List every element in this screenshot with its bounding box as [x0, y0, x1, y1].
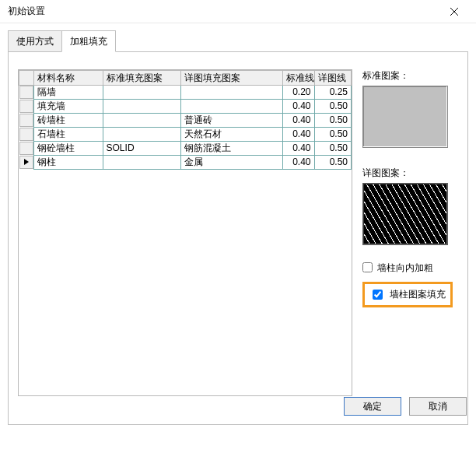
cell-name[interactable]: 钢柱 — [33, 156, 103, 170]
cell-std[interactable] — [103, 128, 180, 142]
cell-n1[interactable]: 0.20 — [283, 86, 314, 100]
cell-std[interactable] — [103, 156, 180, 170]
cell-std[interactable] — [103, 100, 180, 114]
std-pattern-swatch[interactable] — [362, 86, 448, 148]
cell-detail[interactable]: 钢筋混凝土 — [180, 142, 283, 156]
svg-marker-2 — [24, 159, 29, 165]
checkbox-inner-bold-row: 墙柱向内加粗 — [362, 262, 458, 272]
cancel-button[interactable]: 取消 — [409, 397, 467, 416]
cell-n2[interactable]: 0.50 — [314, 156, 351, 170]
cell-name[interactable]: 砖墙柱 — [33, 114, 103, 128]
row-indicator — [19, 86, 33, 99]
table-row[interactable]: 砖墙柱普通砖0.400.50 — [19, 114, 352, 128]
table-row[interactable]: 钢砼墙柱SOLID钢筋混凝土0.400.50 — [19, 142, 352, 156]
table-header-row: 材料名称 标准填充图案 详图填充图案 标准线 详图线 — [19, 71, 352, 86]
cell-n2[interactable]: 0.50 — [314, 128, 351, 142]
cell-name[interactable]: 隔墙 — [33, 86, 103, 100]
detail-pattern-label: 详图图案： — [362, 167, 458, 180]
table-area: 材料名称 标准填充图案 详图填充图案 标准线 详图线 隔墙0.200.25填充墙… — [9, 52, 355, 424]
highlighted-option: 墙柱图案填充 — [362, 282, 453, 307]
cell-n2[interactable]: 0.25 — [314, 86, 351, 100]
row-indicator — [19, 114, 33, 127]
cell-name[interactable]: 石墙柱 — [33, 128, 103, 142]
cell-std[interactable]: SOLID — [103, 142, 180, 156]
close-button[interactable] — [439, 1, 470, 23]
cell-std[interactable] — [103, 86, 180, 100]
row-header-blank — [19, 71, 34, 86]
cell-detail[interactable] — [180, 86, 283, 100]
cell-name[interactable]: 填充墙 — [33, 100, 103, 114]
cell-n1[interactable]: 0.40 — [283, 142, 314, 156]
cell-std[interactable] — [103, 114, 180, 128]
tab-usage[interactable]: 使用方式 — [8, 30, 61, 52]
tab-panel: 材料名称 标准填充图案 详图填充图案 标准线 详图线 隔墙0.200.25填充墙… — [8, 51, 468, 425]
checkbox-inner-bold[interactable] — [362, 262, 373, 272]
titlebar: 初始设置 — [0, 0, 476, 23]
checkbox-inner-bold-label: 墙柱向内加粗 — [377, 263, 433, 272]
window-title: 初始设置 — [8, 5, 439, 18]
checkbox-pattern-fill-label: 墙柱图案填充 — [390, 288, 446, 301]
cell-detail[interactable]: 天然石材 — [180, 128, 283, 142]
col-header-detail[interactable]: 详图填充图案 — [180, 71, 283, 86]
table-row[interactable]: 钢柱金属0.400.50 — [19, 156, 352, 170]
checkbox-pattern-fill[interactable] — [373, 290, 383, 300]
cell-detail[interactable]: 金属 — [180, 156, 283, 170]
grid-container: 材料名称 标准填充图案 详图填充图案 标准线 详图线 隔墙0.200.25填充墙… — [18, 69, 352, 396]
std-pattern-label: 标准图案： — [362, 69, 458, 83]
cell-n1[interactable]: 0.40 — [283, 114, 314, 128]
cell-detail[interactable] — [180, 100, 283, 114]
cell-n1[interactable]: 0.40 — [283, 128, 314, 142]
col-header-n1[interactable]: 标准线 — [283, 71, 314, 86]
table-row[interactable]: 填充墙0.400.50 — [19, 100, 352, 114]
current-row-icon — [23, 159, 30, 165]
table-row[interactable]: 隔墙0.200.25 — [19, 86, 352, 100]
cell-n2[interactable]: 0.50 — [314, 114, 351, 128]
tabs: 使用方式 加粗填充 — [8, 30, 468, 52]
tab-bold-fill[interactable]: 加粗填充 — [61, 30, 116, 52]
cell-detail[interactable]: 普通砖 — [180, 114, 283, 128]
table-row[interactable]: 石墙柱天然石材0.400.50 — [19, 128, 352, 142]
col-header-name[interactable]: 材料名称 — [33, 71, 103, 86]
ok-button[interactable]: 确定 — [344, 397, 401, 416]
dialog-buttons: 确定 取消 — [344, 397, 467, 416]
cell-n2[interactable]: 0.50 — [314, 100, 351, 114]
materials-table: 材料名称 标准填充图案 详图填充图案 标准线 详图线 隔墙0.200.25填充墙… — [19, 70, 352, 170]
cell-n1[interactable]: 0.40 — [283, 156, 314, 170]
row-indicator — [19, 156, 33, 169]
right-panel: 标准图案： 详图图案： 墙柱向内加粗 墙柱图案填充 — [355, 52, 467, 424]
close-icon — [450, 8, 458, 16]
col-header-n2[interactable]: 详图线 — [314, 71, 351, 86]
cell-n1[interactable]: 0.40 — [283, 100, 314, 114]
row-indicator — [19, 100, 33, 113]
cell-name[interactable]: 钢砼墙柱 — [33, 142, 103, 156]
detail-pattern-swatch[interactable] — [362, 183, 448, 245]
row-indicator — [19, 142, 33, 155]
cell-n2[interactable]: 0.50 — [314, 142, 351, 156]
row-indicator — [19, 128, 33, 141]
col-header-std[interactable]: 标准填充图案 — [103, 71, 180, 86]
